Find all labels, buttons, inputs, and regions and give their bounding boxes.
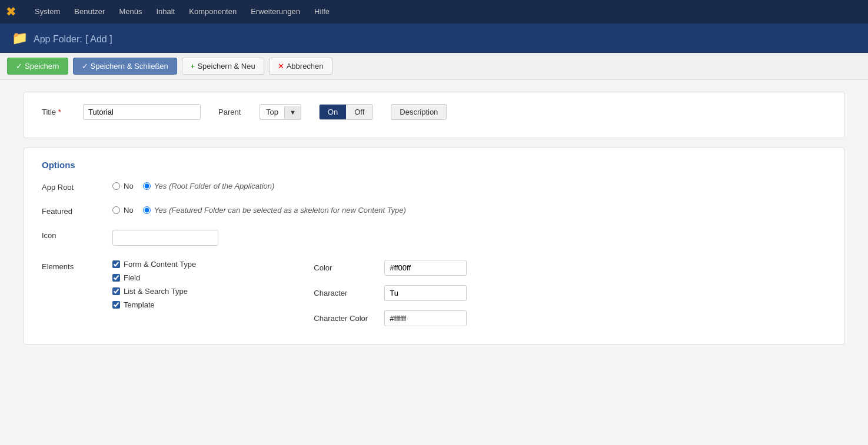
page-header: 📁 App Folder: [ Add ] bbox=[0, 24, 868, 53]
form-content-type-item[interactable]: Form & Content Type bbox=[112, 260, 196, 269]
featured-yes-radio[interactable] bbox=[143, 206, 151, 214]
form-content-type-label: Form & Content Type bbox=[124, 260, 196, 269]
list-search-item[interactable]: List & Search Type bbox=[112, 287, 196, 296]
elements-checkboxes: Form & Content Type Field List & Search … bbox=[112, 260, 196, 326]
character-color-input[interactable] bbox=[384, 310, 467, 326]
cancel-button[interactable]: ✕ Abbrechen bbox=[269, 58, 332, 75]
list-search-checkbox[interactable] bbox=[112, 287, 120, 295]
cancel-icon: ✕ bbox=[278, 62, 284, 71]
page-title: App Folder: [ Add ] bbox=[34, 32, 112, 45]
color-label: Color bbox=[314, 263, 378, 272]
nav-menus[interactable]: Menüs bbox=[112, 0, 149, 24]
icon-input[interactable] bbox=[112, 230, 218, 246]
main-content: Title * Parent Top ▼ On Off Description bbox=[0, 80, 868, 356]
title-label: Title * bbox=[42, 108, 77, 116]
app-root-no-radio[interactable] bbox=[112, 182, 120, 190]
parent-label: Parent bbox=[218, 108, 254, 116]
save-new-icon: + bbox=[191, 62, 195, 71]
app-root-row: App Root No Yes (Root Folder of the Appl… bbox=[42, 182, 826, 192]
parent-field-group: Parent Top ▼ bbox=[218, 104, 301, 120]
parent-dropdown-icon[interactable]: ▼ bbox=[284, 106, 301, 119]
top-navigation: ✖ System Benutzer Menüs Inhalt Komponent… bbox=[0, 0, 868, 24]
toggle-off-button[interactable]: Off bbox=[346, 105, 373, 119]
save-close-icon: ✓ bbox=[82, 62, 88, 71]
icon-row: Icon bbox=[42, 230, 826, 246]
featured-no-text: No bbox=[124, 206, 134, 215]
toolbar: ✓ Speichern ✓ Speichern & Schließen + Sp… bbox=[0, 53, 868, 80]
title-card: Title * Parent Top ▼ On Off Description bbox=[24, 92, 844, 138]
app-root-no-label[interactable]: No bbox=[112, 182, 134, 190]
app-root-options: No Yes (Root Folder of the Application) bbox=[112, 182, 274, 190]
list-search-label: List & Search Type bbox=[124, 287, 188, 296]
nav-benutzer[interactable]: Benutzer bbox=[67, 0, 112, 24]
nav-inhalt[interactable]: Inhalt bbox=[149, 0, 182, 24]
featured-no-label[interactable]: No bbox=[112, 206, 134, 215]
featured-no-radio[interactable] bbox=[112, 206, 120, 214]
save-new-button[interactable]: + Speichern & Neu bbox=[182, 58, 264, 75]
title-field-group: Title * bbox=[42, 104, 201, 120]
options-card: Options App Root No Yes (Root Folder of … bbox=[24, 148, 844, 344]
color-row: Color bbox=[314, 260, 467, 276]
character-color-row: Character Color bbox=[314, 310, 467, 326]
character-label: Character bbox=[314, 289, 378, 297]
featured-label: Featured bbox=[42, 206, 112, 216]
nav-erweiterungen[interactable]: Erweiterungen bbox=[244, 0, 307, 24]
featured-row: Featured No Yes (Featured Folder can be … bbox=[42, 206, 826, 216]
toggle-on-button[interactable]: On bbox=[320, 105, 346, 119]
form-content-type-checkbox[interactable] bbox=[112, 260, 120, 268]
nav-komponenten[interactable]: Komponenten bbox=[182, 0, 244, 24]
character-color-label: Character Color bbox=[314, 314, 378, 323]
app-root-yes-label[interactable]: Yes (Root Folder of the Application) bbox=[143, 182, 275, 190]
save-button[interactable]: ✓ Speichern bbox=[7, 58, 68, 75]
nav-hilfe[interactable]: Hilfe bbox=[307, 0, 337, 24]
elements-with-color: Form & Content Type Field List & Search … bbox=[112, 260, 467, 326]
character-row: Character bbox=[314, 285, 467, 301]
elements-label: Elements bbox=[42, 260, 112, 271]
description-button[interactable]: Description bbox=[391, 104, 447, 120]
template-item[interactable]: Template bbox=[112, 300, 196, 309]
app-root-yes-text: Yes (Root Folder of the Application) bbox=[154, 182, 275, 190]
color-input[interactable] bbox=[384, 260, 467, 276]
parent-value: Top bbox=[260, 105, 284, 119]
parent-select[interactable]: Top ▼ bbox=[260, 104, 301, 120]
field-checkbox[interactable] bbox=[112, 274, 120, 282]
template-checkbox[interactable] bbox=[112, 301, 120, 309]
app-root-label: App Root bbox=[42, 182, 112, 192]
title-input[interactable] bbox=[83, 104, 201, 120]
featured-options: No Yes (Featured Folder can be selected … bbox=[112, 206, 406, 215]
app-root-no-text: No bbox=[124, 182, 134, 190]
options-title: Options bbox=[42, 160, 826, 170]
character-input[interactable] bbox=[384, 285, 467, 301]
nav-system[interactable]: System bbox=[28, 0, 67, 24]
icon-label: Icon bbox=[42, 230, 112, 240]
field-label: Field bbox=[124, 273, 140, 282]
template-label: Template bbox=[124, 300, 155, 309]
featured-yes-text: Yes (Featured Folder can be selected as … bbox=[154, 206, 406, 215]
folder-icon: 📁 bbox=[12, 31, 28, 46]
elements-row: Elements Form & Content Type Field List … bbox=[42, 260, 826, 326]
toggle-group: On Off bbox=[319, 104, 373, 120]
save-close-button[interactable]: ✓ Speichern & Schließen bbox=[73, 58, 177, 75]
save-icon: ✓ bbox=[16, 62, 22, 71]
app-root-yes-radio[interactable] bbox=[143, 182, 151, 190]
field-item[interactable]: Field bbox=[112, 273, 196, 282]
color-section: Color Character Character Color bbox=[314, 260, 467, 326]
featured-yes-label[interactable]: Yes (Featured Folder can be selected as … bbox=[143, 206, 406, 215]
logo-icon: ✖ bbox=[6, 5, 16, 19]
